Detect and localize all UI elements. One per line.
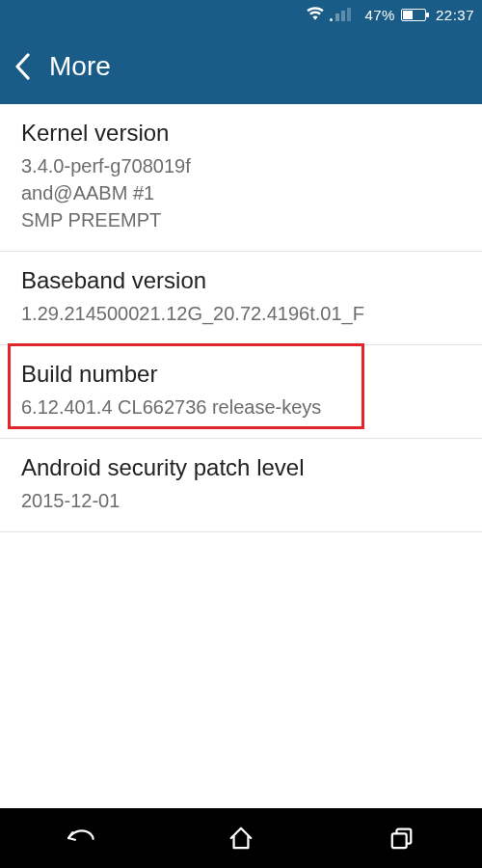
row-value: 1.29.214500021.12G_20.72.4196t.01_F [21,300,461,327]
page-title: More [49,51,111,82]
baseband-version-row[interactable]: Baseband version 1.29.214500021.12G_20.7… [0,252,482,345]
security-patch-row[interactable]: Android security patch level 2015-12-01 [0,439,482,532]
row-value: 2015-12-01 [21,487,461,514]
battery-percentage: 47% [364,7,395,23]
status-bar: 47% 22:37 [0,0,482,29]
row-value: 3.4.0-perf-g708019f and@AABM #1 SMP PREE… [21,152,461,233]
status-clock: 22:37 [436,7,474,23]
row-label: Kernel version [21,120,461,147]
navigation-bar [0,808,482,868]
nav-back-button[interactable] [22,808,138,868]
nav-recent-button[interactable] [344,808,460,868]
kernel-version-row[interactable]: Kernel version 3.4.0-perf-g708019f and@A… [0,104,482,252]
nav-home-button[interactable] [183,808,299,868]
build-number-row[interactable]: Build number 6.12.401.4 CL662736 release… [0,345,482,439]
cell-signal-icon [330,8,357,21]
settings-list: Kernel version 3.4.0-perf-g708019f and@A… [0,104,482,532]
row-label: Baseband version [21,267,461,294]
app-bar: More [0,29,482,104]
back-button[interactable] [13,53,30,80]
row-value: 6.12.401.4 CL662736 release-keys [21,393,461,420]
wifi-icon [307,7,324,23]
row-label: Build number [21,361,461,388]
battery-icon [401,9,426,21]
row-label: Android security patch level [21,454,461,481]
svg-rect-1 [391,833,406,848]
